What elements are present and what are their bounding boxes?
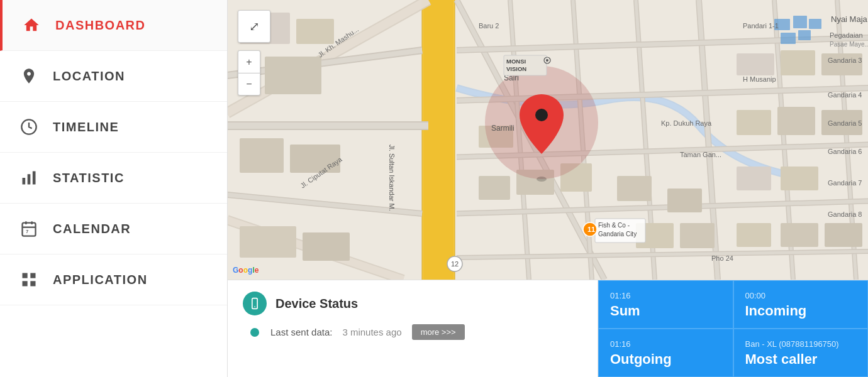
sidebar-item-timeline[interactable]: TIMELINE	[0, 102, 227, 153]
expand-button[interactable]: ⤢	[238, 10, 270, 43]
timeline-icon	[18, 116, 40, 138]
svg-rect-80	[667, 188, 702, 212]
stat-most-caller-time: Ban - XL (087881196750)	[745, 339, 857, 349]
device-status-header: Device Status	[243, 292, 582, 315]
svg-rect-64	[737, 53, 774, 75]
svg-rect-9	[23, 273, 28, 278]
svg-text:MONSI: MONSI	[506, 58, 526, 65]
sidebar-item-application-label: APPLICATION	[53, 273, 148, 287]
svg-rect-118	[252, 298, 257, 309]
device-status-section: Device Status Last sent data: 3 minutes …	[228, 280, 598, 377]
svg-point-110	[546, 59, 548, 62]
sidebar-item-calendar[interactable]: 7 CALENDAR	[0, 204, 227, 254]
svg-rect-12	[30, 281, 35, 286]
svg-text:Jl. Sultan Iskandar M.: Jl. Sultan Iskandar M.	[388, 145, 396, 211]
svg-text:Baru 2: Baru 2	[479, 22, 499, 30]
last-sent-label: Last sent data:	[270, 327, 332, 337]
map-area: Jl. Kh. Mashu... Jl. Ciputat Raya Jl. Su…	[228, 0, 868, 280]
svg-rect-70	[737, 167, 771, 190]
svg-text:Pho 24: Pho 24	[711, 254, 733, 262]
svg-rect-82	[680, 223, 715, 248]
timeline-dot	[250, 328, 259, 337]
svg-rect-57	[240, 226, 296, 258]
statistic-icon	[18, 167, 40, 189]
stat-outgoing-time: 01:16	[610, 339, 721, 349]
svg-text:Sarmili: Sarmili	[491, 124, 515, 133]
calendar-icon: 7	[18, 217, 40, 240]
stat-card-sum[interactable]: 01:16 Sum	[598, 280, 733, 329]
svg-rect-62	[781, 33, 796, 44]
svg-text:Gandaria 3: Gandaria 3	[828, 57, 862, 64]
svg-rect-10	[30, 273, 35, 278]
svg-rect-71	[781, 167, 818, 190]
svg-point-85	[535, 109, 548, 121]
more-button[interactable]: more >>>	[412, 324, 465, 340]
sidebar-item-location-label: LOCATION	[53, 69, 125, 84]
stat-incoming-time: 00:00	[745, 291, 857, 300]
svg-rect-76	[479, 176, 510, 200]
svg-text:Taman Gan...: Taman Gan...	[680, 151, 721, 158]
sidebar-item-location[interactable]: LOCATION	[0, 51, 227, 102]
svg-text:11: 11	[587, 226, 595, 233]
map-svg: Jl. Kh. Mashu... Jl. Ciputat Raya Jl. Su…	[228, 0, 868, 280]
svg-text:Pasae Maye...: Pasae Maye...	[830, 41, 868, 48]
svg-text:12: 12	[451, 260, 459, 268]
map-controls: ⤢ + −	[238, 10, 270, 96]
svg-text:Gandaria City: Gandaria City	[598, 231, 637, 238]
stat-incoming-label: Incoming	[745, 303, 857, 319]
sidebar-item-dashboard[interactable]: DASHBOARD	[0, 0, 227, 51]
svg-rect-54	[265, 57, 321, 94]
svg-rect-60	[793, 16, 807, 28]
svg-rect-67	[737, 110, 771, 135]
sidebar-item-calendar-label: CALENDAR	[53, 222, 131, 236]
svg-text:Pegadaian: Pegadaian	[830, 31, 863, 39]
svg-rect-11	[23, 281, 28, 286]
svg-text:Fish & Co -: Fish & Co -	[598, 222, 630, 229]
svg-text:H Musanip: H Musanip	[743, 75, 776, 83]
svg-rect-4	[23, 223, 36, 236]
svg-rect-63	[798, 30, 811, 40]
svg-text:Gandaria 4: Gandaria 4	[828, 91, 862, 99]
svg-rect-65	[781, 50, 815, 75]
svg-rect-2	[28, 174, 31, 184]
sidebar-item-dashboard-label: DASHBOARD	[55, 18, 146, 33]
svg-rect-58	[303, 232, 350, 261]
bottom-panel: Device Status Last sent data: 3 minutes …	[228, 280, 868, 377]
svg-rect-68	[777, 107, 815, 135]
svg-rect-72	[737, 223, 771, 247]
zoom-controls: + −	[238, 50, 270, 96]
location-icon	[18, 65, 40, 87]
svg-rect-74	[825, 223, 862, 247]
sidebar: DASHBOARD LOCATION TIMELINE STATISTIC	[0, 0, 228, 377]
stat-card-most-caller[interactable]: Ban - XL (087881196750) Most caller	[733, 329, 869, 377]
svg-rect-79	[617, 176, 652, 201]
google-logo: Google	[233, 266, 259, 275]
stat-sum-time: 01:16	[610, 291, 721, 300]
svg-text:Gandaria 6: Gandaria 6	[828, 148, 862, 155]
svg-rect-3	[33, 172, 36, 185]
svg-rect-55	[240, 138, 284, 173]
svg-text:Nyai Maja: Nyai Maja	[831, 14, 868, 24]
svg-text:Gandaria 7: Gandaria 7	[828, 179, 862, 187]
sidebar-item-timeline-label: TIMELINE	[53, 120, 119, 134]
stat-card-incoming[interactable]: 00:00 Incoming	[733, 280, 869, 329]
zoom-out-button[interactable]: −	[238, 73, 260, 96]
stat-card-outgoing[interactable]: 01:16 Outgoing	[598, 329, 733, 377]
svg-text:VISION: VISION	[506, 65, 526, 72]
svg-text:7: 7	[26, 229, 28, 234]
stat-sum-label: Sum	[610, 303, 721, 319]
svg-rect-53	[296, 19, 334, 44]
sidebar-item-application[interactable]: APPLICATION	[0, 254, 227, 305]
stat-most-caller-label: Most caller	[745, 351, 857, 368]
device-status-row: Last sent data: 3 minutes ago more >>>	[250, 324, 582, 340]
stats-section: 01:16 Sum 00:00 Incoming 01:16 Outgoing …	[598, 280, 868, 377]
svg-text:Gandaria 5: Gandaria 5	[828, 119, 862, 127]
sidebar-item-statistic-label: STATISTIC	[53, 171, 125, 185]
svg-text:Gandaria 8: Gandaria 8	[828, 210, 862, 218]
svg-rect-1	[23, 178, 26, 185]
svg-rect-73	[781, 223, 818, 247]
sidebar-item-statistic[interactable]: STATISTIC	[0, 153, 227, 204]
stat-outgoing-label: Outgoing	[610, 351, 721, 368]
svg-rect-15	[423, 0, 453, 280]
zoom-in-button[interactable]: +	[238, 50, 260, 73]
